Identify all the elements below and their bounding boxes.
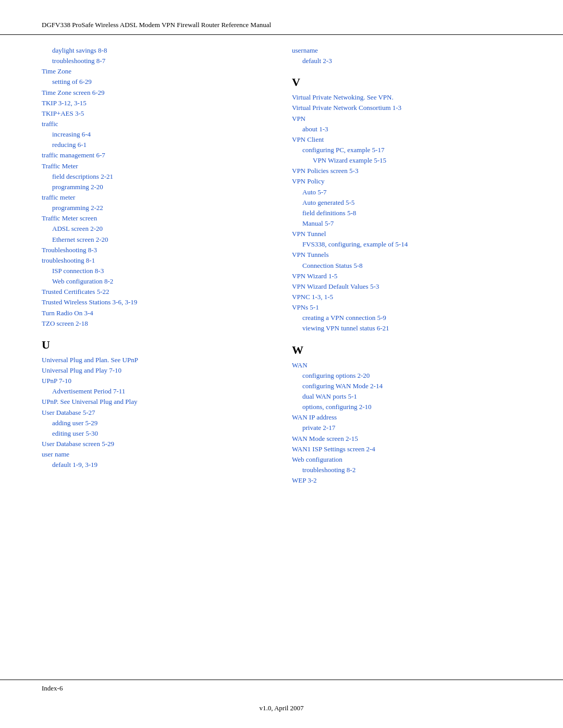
index-entry: FVS338, configuring, example of 5-14	[292, 239, 521, 250]
index-entry: Universal Plug and Play 7-10	[42, 365, 271, 376]
section-letter-v: V	[292, 76, 521, 89]
index-entry: Time Zone	[42, 66, 271, 77]
index-entry: WAN	[292, 360, 521, 371]
right-column: usernamedefault 2-3VVirtual Private Netw…	[292, 45, 521, 486]
index-entry: default 1-9, 3-19	[42, 460, 271, 470]
section-letter-w: W	[292, 343, 521, 357]
index-entry: Troubleshooting 8-3	[42, 245, 271, 255]
index-entry: troubleshooting 8-7	[42, 56, 271, 66]
index-entry: Auto 5-7	[292, 187, 521, 198]
section-letter-u: U	[42, 338, 271, 352]
index-entry: traffic meter	[42, 192, 271, 203]
index-entry: User Database 5-27	[42, 408, 271, 418]
index-entry: VPN Policies screen 5-3	[292, 166, 521, 176]
index-entry: dual WAN ports 5-1	[292, 391, 521, 402]
index-entry: WAN IP address	[292, 412, 521, 423]
index-entry: WEP 3-2	[292, 475, 521, 486]
left-column: daylight savings 8-8troubleshooting 8-7T…	[42, 45, 271, 486]
index-entry: Web configuration	[292, 454, 521, 465]
index-entry: adding user 5-29	[42, 418, 271, 428]
index-entry: Web configuration 8-2	[42, 276, 271, 287]
index-entry: reducing 6-1	[42, 140, 271, 150]
index-entry: Traffic Meter	[42, 161, 271, 171]
header-title: DGFV338 ProSafe Wireless ADSL Modem VPN …	[42, 21, 271, 29]
index-entry: Virtual Private Netwoking. See VPN.	[292, 92, 521, 103]
index-entry: Auto generated 5-5	[292, 198, 521, 208]
index-entry: default 2-3	[292, 56, 521, 66]
index-entry: VPN	[292, 114, 521, 124]
index-entry: Trusted Wireless Stations 3-6, 3-19	[42, 297, 271, 307]
index-entry: ADSL screen 2-20	[42, 224, 271, 234]
index-entry: WAN1 ISP Settings screen 2-4	[292, 444, 521, 454]
index-entry: VPNs 5-1	[292, 302, 521, 313]
index-entry: ISP connection 8-3	[42, 266, 271, 276]
index-entry: username	[292, 45, 521, 56]
main-content: daylight savings 8-8troubleshooting 8-7T…	[0, 35, 563, 486]
index-entry: TKIP 3-12, 3-15	[42, 98, 271, 108]
footer-center: v1.0, April 2007	[0, 704, 563, 712]
index-entry: about 1-3	[292, 124, 521, 134]
index-entry: VPN Tunnels	[292, 250, 521, 260]
index-entry: Time Zone screen 6-29	[42, 88, 271, 98]
index-entry: VPN Policy	[292, 176, 521, 187]
index-entry: WAN Mode screen 2-15	[292, 434, 521, 444]
index-entry: VPN Wizard Default Values 5-3	[292, 281, 521, 292]
index-entry: increasing 6-4	[42, 129, 271, 140]
index-entry: programming 2-22	[42, 203, 271, 213]
index-entry: VPN Wizard 1-5	[292, 271, 521, 281]
index-entry: Connection Status 5-8	[292, 261, 521, 271]
index-entry: traffic	[42, 119, 271, 129]
index-entry: User Database screen 5-29	[42, 439, 271, 449]
index-entry: TKIP+AES 3-5	[42, 108, 271, 119]
index-entry: troubleshooting 8-1	[42, 255, 271, 266]
index-entry: TZO screen 2-18	[42, 318, 271, 329]
index-entry: options, configuring 2-10	[292, 402, 521, 412]
index-entry: private 2-17	[292, 423, 521, 433]
index-entry: troubleshooting 8-2	[292, 465, 521, 475]
index-entry: viewing VPN tunnel status 6-21	[292, 323, 521, 334]
index-entry: configuring options 2-20	[292, 371, 521, 381]
index-entry: daylight savings 8-8	[42, 45, 271, 56]
index-entry: creating a VPN connection 5-9	[292, 313, 521, 323]
index-entry: VPN Wizard example 5-15	[292, 155, 521, 166]
index-entry: Manual 5-7	[292, 218, 521, 229]
index-entry: VPNC 1-3, 1-5	[292, 292, 521, 302]
index-entry: programming 2-20	[42, 182, 271, 192]
index-entry: configuring WAN Mode 2-14	[292, 381, 521, 391]
index-entry: field descriptions 2-21	[42, 171, 271, 182]
index-entry: Turn Radio On 3-4	[42, 308, 271, 318]
index-entry: UPnP 7-10	[42, 376, 271, 386]
index-entry: setting of 6-29	[42, 77, 271, 87]
index-entry: Trusted Certificates 5-22	[42, 287, 271, 297]
index-entry: Virtual Private Network Consortium 1-3	[292, 103, 521, 113]
index-entry: field definitions 5-8	[292, 208, 521, 218]
index-entry: VPN Client	[292, 134, 521, 145]
index-entry: traffic management 6-7	[42, 150, 271, 161]
page-footer: Index-6	[0, 680, 563, 697]
index-entry: Advertisement Period 7-11	[42, 386, 271, 397]
index-entry: Ethernet screen 2-20	[42, 235, 271, 245]
index-entry: VPN Tunnel	[292, 229, 521, 239]
footer-left: Index-6	[42, 684, 63, 693]
index-entry: user name	[42, 449, 271, 460]
index-entry: configuring PC, example 5-17	[292, 145, 521, 155]
index-entry: Traffic Meter screen	[42, 213, 271, 224]
index-entry: Universal Plug and Plan. See UPnP	[42, 355, 271, 365]
page-header: DGFV338 ProSafe Wireless ADSL Modem VPN …	[0, 0, 563, 35]
index-entry: editing user 5-30	[42, 428, 271, 439]
index-entry: UPnP. See Universal Plug and Play	[42, 397, 271, 407]
